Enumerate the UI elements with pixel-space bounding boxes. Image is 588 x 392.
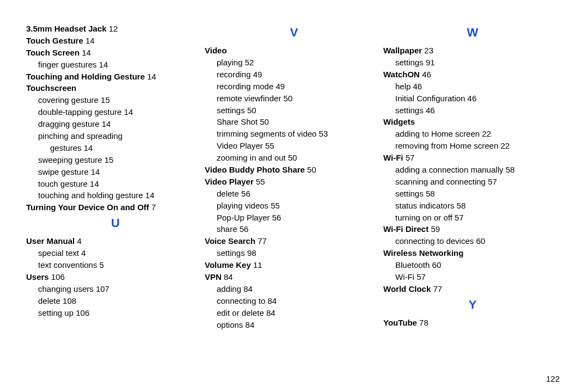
index-entry[interactable]: 3.5mm Headset Jack 12 [26,23,205,35]
index-entry[interactable]: Video Buddy Photo Share 50 [205,164,383,176]
index-entry[interactable]: User Manual 4 [26,235,205,247]
index-entry-page: 14 [82,48,91,57]
index-entry[interactable]: Wi-Fi 57 [383,271,562,283]
index-entry[interactable]: Turning Your Device On and Off 7 [26,201,205,213]
index-entry[interactable]: settings 58 [383,188,562,200]
index-entry[interactable]: Wi-Fi 57 [383,152,562,164]
index-entry[interactable]: Share Shot 50 [205,116,383,128]
index-entry[interactable]: Video Player 55 [205,176,383,188]
index-entry-page: 50 [284,94,293,103]
index-entry[interactable]: Wallpaper 23 [383,45,562,57]
index-entry[interactable]: settings 46 [383,105,562,117]
index-entry-label: removing from Home screen [395,141,498,150]
index-entry[interactable]: Users 106 [26,271,205,283]
index-entry[interactable]: text conventions 5 [26,259,205,271]
index-entry[interactable]: scanning and connecting 57 [383,176,562,188]
index-entry[interactable]: turning on or off 57 [383,212,562,224]
index-entry[interactable]: dragging gesture 14 [26,118,205,130]
index-entry[interactable]: sweeping gesture 15 [26,154,205,166]
index-entry[interactable]: Video [205,45,383,57]
index-entry[interactable]: Pop-Up Player 56 [205,212,383,224]
index-entry-label: touching and holding gesture [38,191,143,200]
index-entry-page: 49 [275,82,285,91]
index-entry-label: Voice Search [205,236,255,246]
index-entry[interactable]: share 56 [205,223,383,235]
index-entry[interactable]: Touching and Holding Gesture 14 [26,71,205,83]
index-entry-label: turning on or off [395,213,452,222]
index-entry[interactable]: zooming in and out 50 [205,152,383,164]
index-entry[interactable]: changing users 107 [26,283,205,295]
index-entry[interactable]: adding 84 [205,283,383,295]
index-entry[interactable]: playing videos 55 [205,200,383,212]
index-entry[interactable]: remote viewfinder 50 [205,93,383,105]
index-entry[interactable]: WatchON 46 [383,69,562,81]
index-entry[interactable]: covering gesture 15 [26,94,205,106]
index-entry[interactable]: Widgets [383,116,562,128]
index-entry[interactable]: VPN 84 [205,271,383,283]
index-entry[interactable]: Touch Gesture 14 [26,35,205,47]
index-entry[interactable]: finger guestures 14 [26,59,205,71]
index-entry-label: remote viewfinder [217,94,281,103]
index-entry[interactable]: settings 98 [205,247,383,259]
index-entry-page: 46 [422,70,431,79]
index-entry[interactable]: status indicators 58 [383,200,562,212]
index-entry-page: 14 [91,167,100,176]
index-entry-page: 59 [431,224,440,234]
index-entry[interactable]: setting up 106 [26,307,205,319]
index-entry[interactable]: pinching and spreading [26,130,205,142]
index-entry[interactable]: playing 52 [205,57,383,69]
index-entry-page: 98 [247,248,256,258]
index-entry-label: Bluetooth [395,260,430,270]
index-entry[interactable]: adding a connection manually 58 [383,164,562,176]
index-entry[interactable]: recording mode 49 [205,81,383,93]
index-entry[interactable]: recording 49 [205,69,383,81]
index-entry-label: connecting to [217,296,265,305]
index-entry[interactable]: help 46 [383,81,562,93]
index-entry-label: Touch Screen [26,48,79,57]
index-entry[interactable]: World Clock 77 [383,283,562,295]
index-entry[interactable]: Initial Configuration 46 [383,93,562,105]
section-heading: V [205,24,383,41]
index-entry[interactable]: gestures 14 [26,142,205,154]
index-entry-label: Pop-Up Player [217,213,270,222]
index-entry[interactable]: Wireless Networking [383,247,562,259]
index-entry[interactable]: settings 50 [205,105,383,117]
index-entry-page: 50 [260,117,269,126]
index-entry[interactable]: removing from Home screen 22 [383,140,562,152]
index-entry[interactable]: swipe gesture 14 [26,166,205,178]
index-entry[interactable]: connecting to 84 [205,295,383,307]
index-entry-page: 4 [81,248,85,258]
index-entry-label: WatchON [383,70,420,79]
index-entry[interactable]: adding to Home screen 22 [383,128,562,140]
index-entry-label: Users [26,272,49,281]
index-entry-page: 49 [253,70,262,79]
index-entry-label: YouTube [383,318,417,327]
index-entry[interactable]: Voice Search 77 [205,235,383,247]
index-entry-page: 52 [245,58,254,67]
index-entry[interactable]: Touch Screen 14 [26,47,205,59]
index-entry[interactable]: options 84 [205,319,383,331]
index-entry[interactable]: connecting to devices 60 [383,235,562,247]
index-entry[interactable]: delete 56 [205,188,383,200]
index-entry-page: 57 [488,177,497,186]
index-entry[interactable]: settings 91 [383,57,562,69]
index-entry[interactable]: Touchscreen [26,82,205,94]
index-entry-page: 11 [253,260,262,270]
index-entry-page: 46 [426,106,435,115]
index-entry[interactable]: double-tapping gesture 14 [26,106,205,118]
index-entry[interactable]: Wi-Fi Direct 59 [383,223,562,235]
index-entry[interactable]: edit or delete 84 [205,307,383,319]
index-entry[interactable]: Volume Key 11 [205,259,383,271]
index-entry[interactable]: special text 4 [26,247,205,259]
index-entry[interactable]: delete 108 [26,295,205,307]
index-entry[interactable]: trimming segments of video 53 [205,128,383,140]
index-columns: 3.5mm Headset Jack 12Touch Gesture 14Tou… [26,23,562,330]
index-entry[interactable]: Bluetooth 60 [383,259,562,271]
index-entry-label: edit or delete [217,308,264,317]
index-entry-label: adding [217,284,241,293]
index-entry[interactable]: Video Player 55 [205,140,383,152]
index-entry[interactable]: touch gesture 14 [26,178,205,190]
index-entry[interactable]: touching and holding gesture 14 [26,189,205,201]
index-entry[interactable]: YouTube 78 [383,317,562,329]
index-entry-label: settings [395,189,424,198]
